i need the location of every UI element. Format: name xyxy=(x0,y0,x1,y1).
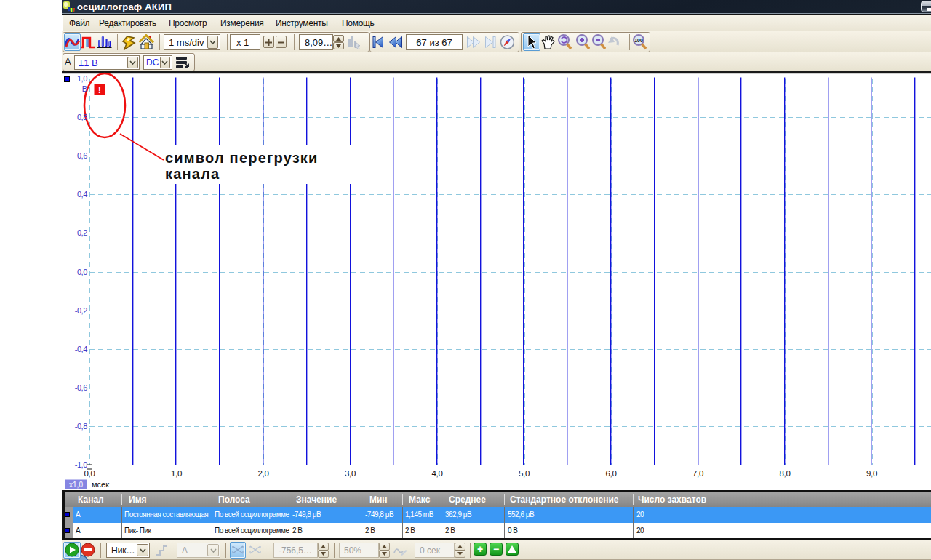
svg-text:0,4: 0,4 xyxy=(77,190,87,199)
svg-text:4,0: 4,0 xyxy=(432,469,443,478)
svg-text:канала: канала xyxy=(165,166,220,182)
svg-text:8,0: 8,0 xyxy=(780,469,791,478)
svg-text:5,0: 5,0 xyxy=(519,469,530,478)
svg-text:1,0: 1,0 xyxy=(171,469,182,478)
svg-text:1,0: 1,0 xyxy=(77,74,87,83)
svg-text:6,0: 6,0 xyxy=(606,469,617,478)
svg-text:100: 100 xyxy=(634,38,643,43)
svg-text:-0,8: -0,8 xyxy=(75,422,88,431)
svg-text:!: ! xyxy=(98,84,101,95)
svg-text:-0,4: -0,4 xyxy=(75,345,88,353)
svg-text:0,0: 0,0 xyxy=(84,469,95,478)
svg-text:0,2: 0,2 xyxy=(77,228,87,237)
svg-text:0,6: 0,6 xyxy=(77,151,87,160)
svg-text:-0,6: -0,6 xyxy=(75,383,88,392)
svg-text:9,0: 9,0 xyxy=(866,469,877,478)
svg-text:3,0: 3,0 xyxy=(345,469,356,478)
svg-text:x1,0: x1,0 xyxy=(69,481,83,489)
svg-text:0,0: 0,0 xyxy=(77,268,87,276)
svg-text:2,0: 2,0 xyxy=(258,469,269,478)
svg-text:В: В xyxy=(82,84,87,93)
svg-text:0,8: 0,8 xyxy=(77,113,87,121)
svg-text:мсек: мсек xyxy=(92,480,109,489)
svg-text:-1,0: -1,0 xyxy=(75,460,88,469)
svg-text:7,0: 7,0 xyxy=(692,469,703,478)
svg-text:символ перегрузки: символ перегрузки xyxy=(165,150,319,166)
svg-text:-0,2: -0,2 xyxy=(75,306,88,315)
